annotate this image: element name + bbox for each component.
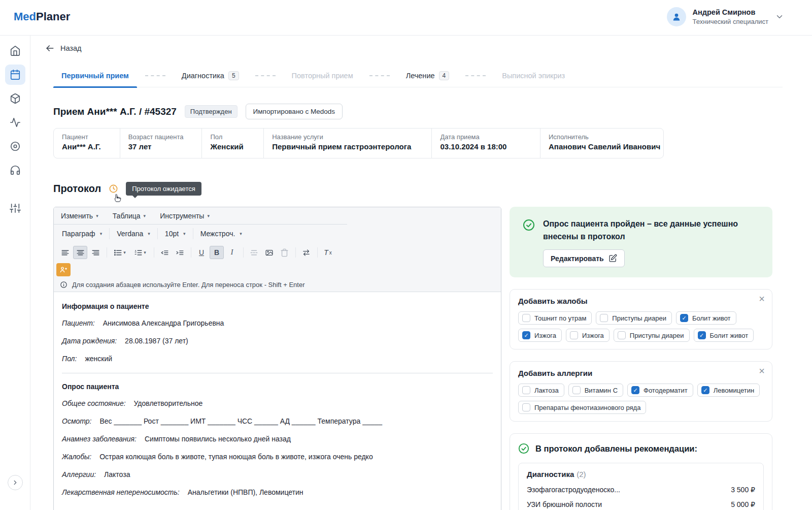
editor-content[interactable]: Информация о пациенте Пациент:Анисимова …	[54, 292, 501, 510]
complaint-option[interactable]: Тошнит по утрам	[518, 311, 592, 325]
sidebar-item-target[interactable]	[5, 136, 25, 156]
delete-button[interactable]	[277, 246, 291, 259]
recommendations-title-row: В протокол добавлены рекомендации:	[518, 443, 764, 454]
tab-connector	[369, 75, 390, 76]
doc-line-complaints: Жалобы:Острая колющая боль в животе, туп…	[62, 452, 493, 462]
stage-tabs: Первичный прием Диагностика 5 Повторный …	[53, 64, 783, 87]
page-break-button[interactable]	[247, 246, 261, 259]
survey-success-card: Опрос пациента пройден – все данные успе…	[510, 207, 772, 277]
chevron-down-icon	[775, 12, 784, 21]
tab-connector	[145, 75, 165, 76]
toolbar-separator	[154, 247, 154, 258]
complaint-option[interactable]: Изжога	[518, 329, 562, 342]
outdent-icon	[160, 248, 169, 257]
trash-icon	[280, 248, 289, 257]
recommendations-card: В протокол добавлены рекомендации: Диагн…	[510, 433, 772, 510]
checkbox	[572, 386, 581, 394]
app-logo[interactable]: MedPlaner	[14, 10, 70, 23]
complaint-option[interactable]: Изжога	[566, 329, 610, 342]
menu-edit[interactable]: Изменить▾	[61, 212, 98, 220]
indent-button[interactable]	[173, 246, 187, 259]
complaint-option[interactable]: Приступы диареи	[614, 329, 690, 342]
outdent-button[interactable]	[157, 246, 172, 259]
back-button[interactable]: Назад	[45, 43, 82, 53]
right-panel: Опрос пациента пройден – все данные успе…	[510, 207, 772, 510]
align-right-button[interactable]	[88, 246, 103, 259]
align-left-button[interactable]	[58, 246, 72, 259]
checkbox	[701, 386, 709, 394]
item-name: Эзофагогастродуоденоско...	[527, 486, 620, 494]
edit-survey-button[interactable]: Редактировать	[543, 249, 625, 267]
recommendation-item: Эзофагогастродуоденоско... 3 500 ₽	[527, 486, 755, 494]
clear-formatting-button[interactable]: Tx	[321, 246, 335, 259]
align-left-icon	[61, 248, 70, 257]
sidebar-item-package[interactable]	[5, 88, 25, 109]
tab-treatment[interactable]: Лечение 4	[398, 64, 458, 87]
allergy-option[interactable]: Препараты фенотиазинового ряда	[518, 401, 646, 414]
tab-label: Диагностика	[182, 72, 224, 80]
insert-patient-data-button[interactable]	[56, 263, 71, 276]
close-icon[interactable]: ×	[759, 366, 765, 376]
sidebar-item-activity[interactable]	[5, 112, 25, 133]
info-cell-date: Дата приема 03.10.2024 в 18:00	[432, 129, 540, 158]
checkbox	[522, 403, 530, 411]
sidebar-item-support[interactable]	[5, 160, 25, 180]
allergy-option[interactable]: Фотодерматит	[627, 384, 693, 397]
sidebar-item-home[interactable]	[5, 41, 25, 61]
complaint-option[interactable]: Приступы диареи	[596, 311, 672, 325]
toolbar-separator	[107, 247, 107, 258]
complaints-options: Тошнит по утрам Приступы диареи Болит жи…	[518, 311, 764, 342]
menu-table[interactable]: Таблица▾	[113, 212, 146, 220]
allergy-option[interactable]: Левомицетин	[697, 384, 760, 397]
underline-button[interactable]: U	[194, 246, 209, 259]
protocol-editor: Изменить▾ Таблица▾ Инструменты▾ Параграф…	[53, 207, 501, 510]
bold-button[interactable]: B	[210, 246, 224, 259]
info-cell-sex: Пол Женский	[202, 129, 264, 158]
user-menu[interactable]: Андрей Смирнов Технический специалист	[667, 7, 784, 26]
align-center-button[interactable]	[73, 246, 87, 259]
complaint-option[interactable]: Болит живот	[676, 311, 736, 325]
sidebar-item-calendar[interactable]	[5, 65, 25, 85]
logo-part-2: Planer	[36, 10, 70, 23]
group-name: Диагностика	[527, 470, 574, 479]
insert-image-button[interactable]	[262, 246, 276, 259]
group-count: (2)	[577, 470, 586, 479]
numbered-list-button[interactable]: ▾	[130, 246, 150, 259]
font-family-select[interactable]: Verdana▾	[110, 228, 158, 239]
tab-connector	[255, 75, 276, 76]
clock-icon[interactable]	[109, 184, 118, 194]
font-size-select[interactable]: 10pt▾	[158, 228, 193, 239]
swap-arrows-icon	[302, 248, 311, 257]
user-name: Андрей Смирнов	[693, 8, 768, 16]
block-format-select[interactable]: Параграф▾	[55, 228, 110, 239]
tab-diagnostics[interactable]: Диагностика 5	[174, 64, 247, 87]
item-price: 3 500 ₽	[731, 486, 755, 494]
sidebar-item-settings[interactable]	[5, 198, 25, 218]
bullet-list-button[interactable]: ▾	[110, 246, 129, 259]
sidebar-expand-button[interactable]	[8, 475, 23, 490]
item-name: УЗИ брюшной полости	[527, 500, 602, 508]
page-break-icon	[250, 248, 258, 257]
checkbox	[618, 331, 626, 339]
tab-primary-visit[interactable]: Первичный прием	[53, 64, 137, 87]
item-price: 5 000 ₽	[731, 500, 755, 508]
swap-button[interactable]	[299, 246, 313, 259]
italic-button[interactable]: I	[225, 246, 239, 259]
source-badge[interactable]: Импортировано с Medods	[246, 104, 343, 119]
doc-line-anamnesis: Анамнез заболевания:Симптомы появились н…	[62, 434, 493, 444]
checkbox	[522, 331, 530, 339]
tab-badge: 4	[439, 71, 450, 80]
allergy-option[interactable]: Лактоза	[518, 384, 564, 397]
editor-menubar: Изменить▾ Таблица▾ Инструменты▾	[54, 207, 501, 225]
user-info: Андрей Смирнов Технический специалист	[693, 8, 768, 25]
complaint-option[interactable]: Болит живот	[694, 329, 754, 342]
close-icon[interactable]: ×	[759, 294, 765, 304]
target-icon	[10, 141, 21, 152]
status-badge: Подтвержден	[185, 105, 238, 118]
line-spacing-select[interactable]: Межстроч.▾	[193, 228, 249, 239]
menu-tools[interactable]: Инструменты▾	[160, 212, 210, 220]
caret-down-icon: ▾	[123, 250, 126, 255]
allergy-option[interactable]: Витамин C	[568, 384, 623, 397]
back-label: Назад	[60, 44, 82, 52]
recommendation-item: УЗИ брюшной полости 5 000 ₽	[527, 500, 755, 508]
